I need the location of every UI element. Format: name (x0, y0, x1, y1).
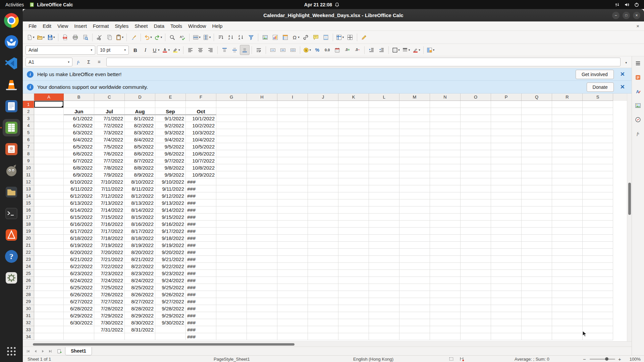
cell-I7[interactable] (277, 143, 308, 150)
cell-Q34[interactable] (522, 333, 552, 340)
cell-B34[interactable] (64, 333, 94, 340)
cell-K28[interactable] (338, 291, 369, 298)
cell-O29[interactable] (461, 298, 491, 305)
cell-Q21[interactable] (522, 242, 552, 249)
expand-formula-bar-button[interactable]: ▾ (623, 59, 629, 65)
cell-L7[interactable] (369, 143, 399, 150)
cell-K26[interactable] (338, 277, 369, 284)
cell-E7[interactable]: 9/5/2022 (155, 143, 186, 150)
cell-S28[interactable] (583, 291, 613, 298)
cell-J9[interactable] (308, 157, 338, 164)
cell-Q27[interactable] (522, 284, 552, 291)
cell-K23[interactable] (338, 256, 369, 263)
cell-R2[interactable] (552, 108, 583, 115)
insert-comment-button[interactable] (311, 32, 321, 42)
cell-O16[interactable] (461, 206, 491, 214)
cell-P2[interactable] (491, 108, 522, 115)
dock-item-help[interactable]: ? (3, 248, 20, 265)
cell-F24[interactable]: ### (186, 263, 216, 270)
cell-H7[interactable] (247, 143, 277, 150)
headers-footers-button[interactable] (321, 32, 331, 42)
cell-E29[interactable]: 9/27/2022 (155, 298, 186, 305)
cell-N27[interactable] (430, 284, 461, 291)
cell-P5[interactable] (491, 129, 522, 136)
cell-G19[interactable] (216, 228, 247, 235)
cell-E23[interactable]: 9/21/2022 (155, 256, 186, 263)
cell-F25[interactable]: ### (186, 270, 216, 277)
cell-P26[interactable] (491, 277, 522, 284)
cell-M2[interactable] (399, 108, 430, 115)
last-sheet-button[interactable] (47, 348, 54, 355)
cell-M22[interactable] (399, 249, 430, 256)
unmerge-cells-button[interactable] (288, 45, 298, 55)
cell-D2[interactable]: Aug (125, 108, 155, 115)
cell-A19[interactable] (34, 228, 64, 235)
cell-I30[interactable] (277, 305, 308, 312)
cell-R25[interactable] (552, 270, 583, 277)
cell-O22[interactable] (461, 249, 491, 256)
insert-image-button[interactable] (260, 32, 270, 42)
cell-L25[interactable] (369, 270, 399, 277)
cell-K8[interactable] (338, 150, 369, 157)
cell-J15[interactable] (308, 199, 338, 206)
cell-L2[interactable] (369, 108, 399, 115)
cell-H13[interactable] (247, 185, 277, 192)
cell-C11[interactable]: 7/9/2022 (94, 171, 125, 178)
cell-N6[interactable] (430, 136, 461, 143)
sheet-tab-sheet1[interactable]: Sheet1 (65, 347, 92, 355)
cell-J11[interactable] (308, 171, 338, 178)
cell-E9[interactable]: 9/7/2022 (155, 157, 186, 164)
formula-input[interactable] (106, 58, 621, 66)
cell-M5[interactable] (399, 129, 430, 136)
cell-H12[interactable] (247, 178, 277, 185)
cell-S21[interactable] (583, 242, 613, 249)
cell-M21[interactable] (399, 242, 430, 249)
cell-M25[interactable] (399, 270, 430, 277)
col-header-Q[interactable]: Q (522, 94, 552, 101)
cell-A28[interactable] (34, 291, 64, 298)
row-header-26[interactable]: 26 (23, 277, 34, 284)
cell-F4[interactable]: 10/2/2022 (186, 122, 216, 129)
cell-Q2[interactable] (522, 108, 552, 115)
cell-P3[interactable] (491, 115, 522, 122)
cell-M16[interactable] (399, 206, 430, 214)
cell-C31[interactable]: 7/29/2022 (94, 312, 125, 319)
cell-L17[interactable] (369, 214, 399, 221)
system-tray[interactable] (614, 2, 644, 7)
row-header-27[interactable]: 27 (23, 284, 34, 291)
cell-B25[interactable]: 6/23/2022 (64, 270, 94, 277)
cell-C2[interactable]: Jul (94, 108, 125, 115)
cell-N30[interactable] (430, 305, 461, 312)
cell-C16[interactable]: 7/14/2022 (94, 206, 125, 214)
cell-J34[interactable] (308, 333, 338, 340)
cell-N32[interactable] (430, 319, 461, 326)
cell-P9[interactable] (491, 157, 522, 164)
cell-Q22[interactable] (522, 249, 552, 256)
cell-K13[interactable] (338, 185, 369, 192)
cell-H20[interactable] (247, 235, 277, 242)
decrease-indent-button[interactable] (377, 45, 386, 55)
cell-I17[interactable] (277, 214, 308, 221)
cell-C22[interactable]: 7/20/2022 (94, 249, 125, 256)
cell-J28[interactable] (308, 291, 338, 298)
cell-O12[interactable] (461, 178, 491, 185)
cell-R29[interactable] (552, 298, 583, 305)
cell-R12[interactable] (552, 178, 583, 185)
cell-G6[interactable] (216, 136, 247, 143)
row-header-22[interactable]: 22 (23, 249, 34, 256)
cell-N33[interactable] (430, 326, 461, 333)
cell-K6[interactable] (338, 136, 369, 143)
cell-O13[interactable] (461, 185, 491, 192)
cell-M19[interactable] (399, 228, 430, 235)
cell-D33[interactable]: 8/31/2022 (125, 326, 155, 333)
cell-H29[interactable] (247, 298, 277, 305)
cell-J2[interactable] (308, 108, 338, 115)
cell-J31[interactable] (308, 312, 338, 319)
row-header-19[interactable]: 19 (23, 228, 34, 235)
cell-S29[interactable] (583, 298, 613, 305)
cell-K5[interactable] (338, 129, 369, 136)
cell-F27[interactable]: ### (186, 284, 216, 291)
cell-B4[interactable]: 6/2/2022 (64, 122, 94, 129)
cell-S5[interactable] (583, 129, 613, 136)
cell-A9[interactable] (34, 157, 64, 164)
